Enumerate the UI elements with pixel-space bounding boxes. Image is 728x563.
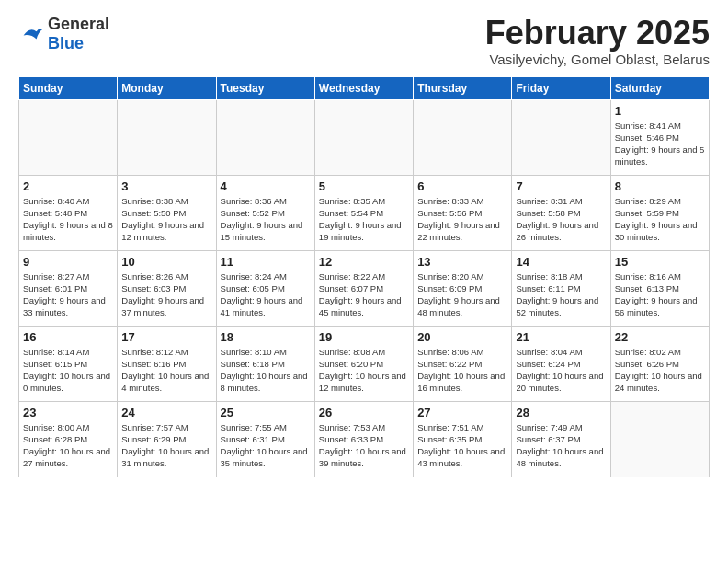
header-tuesday: Tuesday [216,76,314,99]
calendar-cell: 2Sunrise: 8:40 AM Sunset: 5:48 PM Daylig… [19,175,118,250]
calendar-cell: 17Sunrise: 8:12 AM Sunset: 6:16 PM Dayli… [118,326,216,401]
day-number: 10 [121,255,211,269]
logo-blue: Blue [48,34,84,52]
location-title: Vasilyevichy, Gomel Oblast, Belarus [485,52,710,67]
calendar-table: Sunday Monday Tuesday Wednesday Thursday… [18,76,710,477]
header-thursday: Thursday [414,76,512,99]
calendar-cell: 25Sunrise: 7:55 AM Sunset: 6:31 PM Dayli… [216,401,314,477]
day-number: 5 [319,179,409,193]
day-info: Sunrise: 7:51 AM Sunset: 6:35 PM Dayligh… [417,421,507,470]
day-number: 26 [319,406,409,419]
calendar-cell [610,401,709,477]
calendar-cell: 4Sunrise: 8:36 AM Sunset: 5:52 PM Daylig… [216,175,314,250]
calendar-cell: 11Sunrise: 8:24 AM Sunset: 6:05 PM Dayli… [216,250,314,326]
day-info: Sunrise: 8:31 AM Sunset: 5:58 PM Dayligh… [516,195,606,244]
day-info: Sunrise: 8:08 AM Sunset: 6:20 PM Dayligh… [319,346,409,395]
day-number: 18 [221,330,311,344]
calendar-week-3: 16Sunrise: 8:14 AM Sunset: 6:15 PM Dayli… [19,326,710,401]
day-number: 22 [615,330,705,344]
day-info: Sunrise: 8:02 AM Sunset: 6:26 PM Dayligh… [615,346,705,395]
weekday-header-row: Sunday Monday Tuesday Wednesday Thursday… [19,76,710,99]
day-number: 20 [417,330,507,344]
day-info: Sunrise: 8:40 AM Sunset: 5:48 PM Dayligh… [23,195,113,244]
calendar-cell [414,99,512,175]
calendar-cell [118,99,216,175]
day-info: Sunrise: 8:41 AM Sunset: 5:46 PM Dayligh… [615,120,705,168]
day-info: Sunrise: 7:49 AM Sunset: 6:37 PM Dayligh… [516,421,606,470]
calendar-cell [314,99,413,175]
header-wednesday: Wednesday [314,76,413,99]
calendar-cell: 22Sunrise: 8:02 AM Sunset: 6:26 PM Dayli… [610,326,709,401]
day-info: Sunrise: 8:12 AM Sunset: 6:16 PM Dayligh… [121,346,211,395]
calendar-week-4: 23Sunrise: 8:00 AM Sunset: 6:28 PM Dayli… [19,401,710,477]
month-title: February 2025 [485,15,710,52]
day-info: Sunrise: 8:24 AM Sunset: 6:05 PM Dayligh… [221,270,311,319]
day-info: Sunrise: 8:35 AM Sunset: 5:54 PM Dayligh… [319,195,409,244]
day-number: 15 [615,255,705,269]
title-block: February 2025 Vasilyevichy, Gomel Oblast… [485,15,710,67]
day-info: Sunrise: 8:18 AM Sunset: 6:11 PM Dayligh… [516,270,606,319]
day-info: Sunrise: 8:20 AM Sunset: 6:09 PM Dayligh… [417,270,507,319]
day-info: Sunrise: 8:36 AM Sunset: 5:52 PM Dayligh… [221,195,311,244]
calendar-cell: 26Sunrise: 7:53 AM Sunset: 6:33 PM Dayli… [314,401,413,477]
calendar-cell: 13Sunrise: 8:20 AM Sunset: 6:09 PM Dayli… [414,250,512,326]
day-number: 13 [417,255,507,269]
day-info: Sunrise: 7:57 AM Sunset: 6:29 PM Dayligh… [121,421,211,470]
day-info: Sunrise: 7:53 AM Sunset: 6:33 PM Dayligh… [319,421,409,470]
day-number: 19 [319,330,409,344]
day-info: Sunrise: 8:04 AM Sunset: 6:24 PM Dayligh… [516,346,606,395]
calendar-cell: 20Sunrise: 8:06 AM Sunset: 6:22 PM Dayli… [414,326,512,401]
day-number: 24 [121,406,211,419]
calendar-cell: 7Sunrise: 8:31 AM Sunset: 5:58 PM Daylig… [512,175,610,250]
day-number: 28 [516,406,606,419]
day-info: Sunrise: 8:14 AM Sunset: 6:15 PM Dayligh… [23,346,113,395]
day-info: Sunrise: 8:29 AM Sunset: 5:59 PM Dayligh… [615,195,705,244]
header-friday: Friday [512,76,610,99]
calendar-cell: 15Sunrise: 8:16 AM Sunset: 6:13 PM Dayli… [610,250,709,326]
header-monday: Monday [118,76,216,99]
day-info: Sunrise: 8:16 AM Sunset: 6:13 PM Dayligh… [615,270,705,319]
day-info: Sunrise: 8:38 AM Sunset: 5:50 PM Dayligh… [121,195,211,244]
day-number: 1 [615,104,705,118]
calendar-cell: 24Sunrise: 7:57 AM Sunset: 6:29 PM Dayli… [118,401,216,477]
logo-text: General Blue [48,15,109,53]
day-info: Sunrise: 8:33 AM Sunset: 5:56 PM Dayligh… [417,195,507,244]
day-info: Sunrise: 8:00 AM Sunset: 6:28 PM Dayligh… [23,421,113,470]
day-number: 11 [221,255,311,269]
day-number: 6 [417,179,507,193]
calendar-cell: 3Sunrise: 8:38 AM Sunset: 5:50 PM Daylig… [118,175,216,250]
calendar-cell: 21Sunrise: 8:04 AM Sunset: 6:24 PM Dayli… [512,326,610,401]
calendar-week-0: 1Sunrise: 8:41 AM Sunset: 5:46 PM Daylig… [19,99,710,175]
calendar-cell: 14Sunrise: 8:18 AM Sunset: 6:11 PM Dayli… [512,250,610,326]
calendar-cell: 12Sunrise: 8:22 AM Sunset: 6:07 PM Dayli… [314,250,413,326]
calendar-cell: 23Sunrise: 8:00 AM Sunset: 6:28 PM Dayli… [19,401,118,477]
day-number: 4 [221,179,311,193]
calendar-cell [19,99,118,175]
calendar-cell: 1Sunrise: 8:41 AM Sunset: 5:46 PM Daylig… [610,99,709,175]
day-number: 3 [121,179,211,193]
header: General Blue February 2025 Vasilyevichy,… [18,15,710,67]
day-number: 16 [23,330,113,344]
calendar-cell: 19Sunrise: 8:08 AM Sunset: 6:20 PM Dayli… [314,326,413,401]
day-info: Sunrise: 7:55 AM Sunset: 6:31 PM Dayligh… [221,421,311,470]
calendar-cell: 18Sunrise: 8:10 AM Sunset: 6:18 PM Dayli… [216,326,314,401]
logo-general: General [48,15,109,33]
header-sunday: Sunday [19,76,118,99]
calendar-cell: 10Sunrise: 8:26 AM Sunset: 6:03 PM Dayli… [118,250,216,326]
calendar-cell: 28Sunrise: 7:49 AM Sunset: 6:37 PM Dayli… [512,401,610,477]
day-number: 27 [417,406,507,419]
logo-icon [18,21,44,47]
day-number: 23 [23,406,113,419]
day-number: 8 [615,179,705,193]
day-info: Sunrise: 8:27 AM Sunset: 6:01 PM Dayligh… [23,270,113,319]
calendar-cell: 6Sunrise: 8:33 AM Sunset: 5:56 PM Daylig… [414,175,512,250]
page: General Blue February 2025 Vasilyevichy,… [0,0,728,492]
calendar-cell: 27Sunrise: 7:51 AM Sunset: 6:35 PM Dayli… [414,401,512,477]
logo: General Blue [18,15,109,53]
day-number: 2 [23,179,113,193]
day-number: 12 [319,255,409,269]
header-saturday: Saturday [610,76,709,99]
calendar-week-2: 9Sunrise: 8:27 AM Sunset: 6:01 PM Daylig… [19,250,710,326]
day-number: 9 [23,255,113,269]
day-number: 21 [516,330,606,344]
